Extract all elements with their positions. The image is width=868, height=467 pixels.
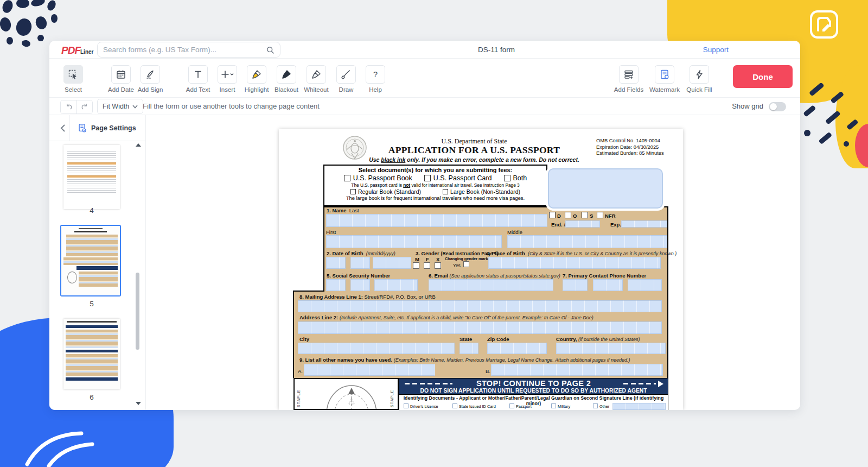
- add-text-button[interactable]: Add Text: [183, 65, 213, 93]
- navy-dashes-decoration: [792, 81, 868, 157]
- name-last-field[interactable]: [326, 214, 547, 227]
- endorsement-area-field[interactable]: [548, 168, 663, 209]
- add-text-label: Add Text: [183, 86, 213, 93]
- other-doc-field[interactable]: [612, 403, 666, 410]
- s-label: S: [590, 213, 593, 219]
- zip-field[interactable]: [487, 343, 547, 354]
- passport-card-checkbox[interactable]: [424, 175, 431, 181]
- regular-book-checkbox[interactable]: [350, 189, 356, 194]
- state-id-checkbox[interactable]: [452, 403, 457, 408]
- s-checkbox[interactable]: [582, 212, 588, 218]
- o-checkbox[interactable]: [565, 212, 571, 218]
- dob-year-field[interactable]: [373, 257, 411, 269]
- gender-x-checkbox[interactable]: [435, 262, 441, 269]
- large-book-checkbox[interactable]: [443, 189, 448, 194]
- mailing-address-field[interactable]: [298, 300, 662, 312]
- sidebar-scrollbar-thumb[interactable]: [136, 273, 139, 350]
- zoom-select[interactable]: Fit Width: [97, 99, 143, 114]
- phone-field-1[interactable]: [563, 279, 588, 291]
- page-thumbnail-6[interactable]: [63, 319, 120, 389]
- toggle-knob: [770, 103, 777, 110]
- quick-fill-button[interactable]: Quick Fill: [684, 65, 714, 93]
- gender-x-label: X: [436, 256, 439, 262]
- draw-button[interactable]: Draw: [331, 65, 361, 93]
- changing-gender-checkbox[interactable]: [463, 261, 469, 267]
- blackout-button[interactable]: Blackout: [271, 65, 302, 93]
- ssn-field-3[interactable]: [374, 279, 418, 291]
- end-number-field[interactable]: [565, 220, 600, 228]
- exp-label: Exp.: [610, 222, 621, 228]
- phone-field-2[interactable]: [593, 279, 623, 291]
- insert-button[interactable]: Insert: [212, 65, 242, 93]
- ssn-field-2[interactable]: [350, 279, 370, 291]
- chevron-down-icon: [132, 105, 138, 109]
- page-number-6: 6: [63, 393, 120, 401]
- text-icon: [193, 69, 203, 80]
- whiteout-button[interactable]: Whiteout: [301, 65, 331, 93]
- select-tool-button[interactable]: Select: [58, 65, 88, 93]
- add-fields-button[interactable]: Add Fields: [614, 65, 644, 93]
- middle-name-field[interactable]: [507, 235, 667, 248]
- done-button[interactable]: Done: [733, 65, 793, 88]
- pages-sidebar: Page Settings 4 5: [49, 115, 146, 410]
- page-thumbnail-4[interactable]: [63, 145, 120, 209]
- country-field[interactable]: [556, 343, 666, 354]
- collapse-sidebar-button[interactable]: [57, 122, 69, 134]
- redo-icon: [80, 103, 89, 111]
- city-field[interactable]: [298, 343, 455, 354]
- other-doc-checkbox[interactable]: [593, 403, 598, 408]
- large-book-label: Large Book (Non-Standard): [450, 188, 520, 195]
- search-box[interactable]: [97, 42, 280, 58]
- pob-field[interactable]: [488, 257, 661, 269]
- mailing-address-label: 8. Mailing Address Line 1: Street/RFD#, …: [299, 294, 436, 300]
- passport-book-checkbox[interactable]: [344, 175, 350, 181]
- passport-doc-checkbox[interactable]: [509, 403, 514, 408]
- add-date-button[interactable]: Add Date: [106, 65, 136, 93]
- phone-field-3[interactable]: [628, 279, 662, 291]
- military-checkbox[interactable]: [551, 403, 556, 408]
- address-line2-label: Address Line 2: (Include Apartment, Suit…: [299, 314, 593, 320]
- d-checkbox[interactable]: [549, 212, 556, 218]
- highlight-button[interactable]: Highlight: [241, 65, 272, 93]
- undo-button[interactable]: [61, 100, 76, 113]
- both-label: Both: [513, 174, 527, 182]
- dob-month-field[interactable]: [326, 257, 346, 269]
- page-thumbnail-5-selected[interactable]: [60, 225, 121, 296]
- watermark-label: Watermark: [649, 86, 680, 93]
- toolbar-hint-text: Fill the form or use another tools to ch…: [143, 102, 320, 110]
- other-name-a-field[interactable]: [304, 364, 435, 376]
- scroll-up-arrow[interactable]: [136, 143, 141, 147]
- pdfliner-logo[interactable]: PDFLiner: [61, 45, 93, 56]
- end-number-label: End. #: [551, 222, 567, 228]
- address-line2-field[interactable]: [298, 321, 662, 334]
- page-settings-button[interactable]: Page Settings: [78, 121, 136, 135]
- redo-button[interactable]: [76, 100, 92, 113]
- drivers-license-checkbox[interactable]: [404, 403, 409, 408]
- first-name-field[interactable]: [326, 235, 502, 248]
- gender-m-checkbox[interactable]: [413, 262, 419, 269]
- o-label: O: [573, 213, 577, 219]
- search-input[interactable]: [103, 46, 266, 54]
- nfr-checkbox[interactable]: [597, 212, 603, 218]
- main-toolbar: Select Add Date Add Sign Add: [49, 59, 800, 98]
- both-checkbox[interactable]: [504, 175, 510, 181]
- thumbnail-4-content: [67, 149, 116, 193]
- help-button[interactable]: ? Help: [360, 65, 391, 93]
- add-sign-button[interactable]: Add Sign: [135, 65, 165, 93]
- other-doc-label: Other: [599, 404, 609, 409]
- ssn-field-1[interactable]: [326, 279, 346, 291]
- calendar-icon: [116, 69, 126, 80]
- gender-f-checkbox[interactable]: [424, 262, 430, 269]
- dob-day-field[interactable]: [350, 257, 370, 269]
- state-field[interactable]: [459, 343, 478, 354]
- sidebar-header: Page Settings: [49, 115, 145, 141]
- watermark-button[interactable]: Watermark: [649, 65, 680, 93]
- highlighted-line: [67, 175, 116, 178]
- exp-field[interactable]: [621, 220, 667, 228]
- support-link[interactable]: Support: [703, 46, 729, 54]
- show-grid-toggle[interactable]: [769, 102, 786, 111]
- app-window: PDFLiner DS-11 form Support Select: [49, 41, 800, 410]
- scroll-down-arrow[interactable]: [136, 402, 141, 405]
- email-field[interactable]: [429, 279, 553, 291]
- other-name-b-field[interactable]: [491, 364, 663, 376]
